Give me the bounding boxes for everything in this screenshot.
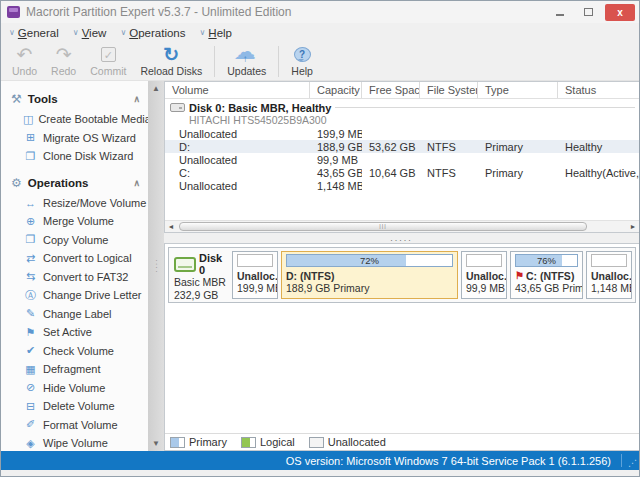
usage-bar: 76% [515, 254, 578, 267]
menu-operations[interactable]: ∨ Operations [120, 27, 185, 39]
pane-splitter[interactable]: ..... [164, 233, 639, 243]
sidebar-item-convert-to-logical[interactable]: ⇄ Convert to Logical [1, 249, 148, 268]
column-capacity[interactable]: Capacity [310, 82, 362, 98]
reload-disks-button[interactable]: ↻ Reload Disks [133, 43, 209, 80]
usage-bar [591, 254, 627, 267]
column-file-system[interactable]: File System [420, 82, 478, 98]
drive-letter-icon: Ⓐ [23, 288, 38, 303]
disk-strip: Disk 0 Basic MBR 232,9 GB Unalloc... 199… [168, 247, 636, 303]
menu-general[interactable]: ∨ General [9, 27, 59, 39]
chevron-down-icon: ∨ [9, 28, 15, 37]
volumes-table: Volume Capacity Free Space File System T… [164, 81, 639, 233]
sidebar-item-check-volume[interactable]: ✔ Check Volume [1, 342, 148, 361]
close-button[interactable]: x [605, 4, 635, 21]
usage-bar: 72% [286, 254, 453, 267]
sidebar-item-format-volume[interactable]: ✐ Format Volume [1, 416, 148, 435]
sidebar-item-resize-move-volume[interactable]: ↔ Resize/Move Volume [1, 194, 148, 213]
sidebar-item-merge-volume[interactable]: ⊕ Merge Volume [1, 212, 148, 231]
table-row[interactable]: Unallocated 1,148 MB [165, 179, 639, 192]
menu-bar: ∨ General ∨ View ∨ Operations ∨ Help [1, 23, 639, 43]
resize-grip-icon[interactable]: ⋰ [628, 458, 637, 468]
sidebar-item-create-bootable-media[interactable]: ◫ Create Bootable Media [1, 110, 148, 129]
collapse-icon[interactable]: ∧ [133, 178, 140, 188]
legend: Primary Logical Unallocated [165, 433, 639, 450]
scroll-up-icon[interactable]: ▲ [152, 84, 160, 93]
partition-block-c[interactable]: 76% ⚑ C: (NTFS) 43,65 GB Primary [510, 251, 583, 299]
partition-block-unallocated[interactable]: Unalloc... 99,9 MB [461, 251, 507, 299]
splitter-handle[interactable]: ..... [390, 236, 413, 240]
title-bar: Macrorit Partition Expert v5.3.7 - Unlim… [1, 1, 639, 23]
usage-percent: 76% [537, 255, 556, 266]
table-row[interactable]: Unallocated 199,9 MB [165, 127, 639, 140]
up-arrow-icon: ↑ [243, 49, 248, 69]
column-volume[interactable]: Volume [165, 82, 310, 98]
table-row[interactable]: D: 188,9 GB 53,62 GB NTFS Primary Health… [165, 140, 639, 153]
partition-block-d[interactable]: 72% D: (NTFS) 188,9 GB Primary [281, 251, 458, 299]
horizontal-scrollbar[interactable]: ◄ ||| ► [165, 220, 639, 232]
scroll-down-icon[interactable]: ▼ [152, 439, 160, 448]
sidebar-scrollbar[interactable]: ▲ ···· ▼ [148, 81, 164, 451]
app-icon [7, 6, 20, 18]
disk-group-title: Disk 0: Basic MBR, Healthy [189, 102, 331, 114]
primary-swatch [170, 437, 185, 448]
format-icon: ✐ [23, 418, 38, 431]
sidebar-item-migrate-os-wizard[interactable]: ⊞ Migrate OS Wizard [1, 129, 148, 148]
sidebar-item-hide-volume[interactable]: ⊘ Hide Volume [1, 379, 148, 398]
partition-block-unallocated[interactable]: Unalloc... 199,9 MB [232, 251, 278, 299]
redo-icon: ↷ [56, 44, 72, 65]
sidebar-item-change-drive-letter[interactable]: Ⓐ Change Drive Letter [1, 286, 148, 305]
table-row[interactable]: Unallocated 99,9 MB [165, 153, 639, 166]
collapse-icon[interactable]: ∧ [133, 94, 140, 104]
sidebar-item-delete-volume[interactable]: ⊟ Delete Volume [1, 397, 148, 416]
disk-info-block[interactable]: Disk 0 Basic MBR 232,9 GB [172, 251, 229, 299]
sidebar-item-wipe-volume[interactable]: ◈ Wipe Volume [1, 434, 148, 451]
partition-block-unallocated[interactable]: Unalloc... 1,148 MB [586, 251, 632, 299]
menu-help[interactable]: ∨ Help [200, 27, 233, 39]
undo-icon: ↶ [17, 44, 33, 65]
legend-primary: Primary [170, 436, 227, 448]
sidebar-item-copy-volume[interactable]: ❐ Copy Volume [1, 231, 148, 250]
usage-bar [237, 254, 273, 267]
disk-map-pane: Disk 0 Basic MBR 232,9 GB Unalloc... 199… [164, 243, 639, 451]
updates-cloud-icon: ☁ ↑ [234, 45, 260, 65]
sidebar-item-set-active[interactable]: ⚑ Set Active [1, 323, 148, 342]
defragment-icon: ▦ [23, 363, 38, 376]
sidebar-section-operations[interactable]: ⚙ Operations ∧ [1, 172, 148, 194]
resize-icon: ↔ [23, 197, 38, 209]
hide-icon: ⊘ [23, 381, 38, 394]
wipe-icon: ◈ [23, 437, 38, 450]
copy-icon: ❐ [23, 233, 38, 246]
column-status[interactable]: Status [558, 82, 639, 98]
sidebar-item-clone-disk-wizard[interactable]: ❐ Clone Disk Wizard [1, 147, 148, 166]
sidebar-item-change-label[interactable]: ✎ Change Label [1, 305, 148, 324]
undo-button[interactable]: ↶ Undo [5, 43, 44, 80]
active-flag-icon: ⚑ [515, 270, 524, 281]
disk-model: HITACHI HTS545025B9A300 [170, 114, 639, 126]
commit-button[interactable]: ✓ Commit [83, 43, 133, 80]
legend-unallocated: Unallocated [309, 436, 386, 448]
disk-group-row[interactable]: Disk 0: Basic MBR, Healthy HITACHI HTS54… [165, 99, 639, 127]
scroll-right-icon[interactable]: ► [627, 223, 639, 230]
table-row[interactable]: C: 43,65 GB 10,64 GB NTFS Primary Health… [165, 166, 639, 179]
usage-percent: 72% [360, 255, 379, 266]
help-button[interactable]: ? Help [284, 43, 320, 80]
app-window: Macrorit Partition Expert v5.3.7 - Unlim… [0, 0, 640, 477]
redo-button[interactable]: ↷ Redo [44, 43, 83, 80]
chevron-down-icon: ∨ [73, 28, 79, 37]
window-edge [1, 470, 639, 476]
minimize-button[interactable] [549, 4, 571, 20]
sidebar-item-defragment[interactable]: ▦ Defragment [1, 360, 148, 379]
sidebar-section-tools[interactable]: ⚒ Tools ∧ [1, 88, 148, 110]
scrollbar-thumb[interactable]: ||| [179, 222, 587, 231]
disk-icon [170, 103, 185, 112]
column-type[interactable]: Type [478, 82, 558, 98]
column-free-space[interactable]: Free Space [362, 82, 420, 98]
disk-scheme: Basic MBR [174, 276, 227, 289]
menu-view[interactable]: ∨ View [73, 27, 107, 39]
sidebar-item-convert-to-fat32[interactable]: ⇆ Convert to FAT32 [1, 268, 148, 287]
scroll-left-icon[interactable]: ◄ [165, 223, 177, 230]
maximize-button[interactable] [577, 4, 599, 20]
updates-button[interactable]: ☁ ↑ Updates [220, 43, 273, 80]
splitter-grip-icon[interactable]: ···· [153, 259, 159, 274]
flag-icon: ⚑ [23, 326, 38, 339]
